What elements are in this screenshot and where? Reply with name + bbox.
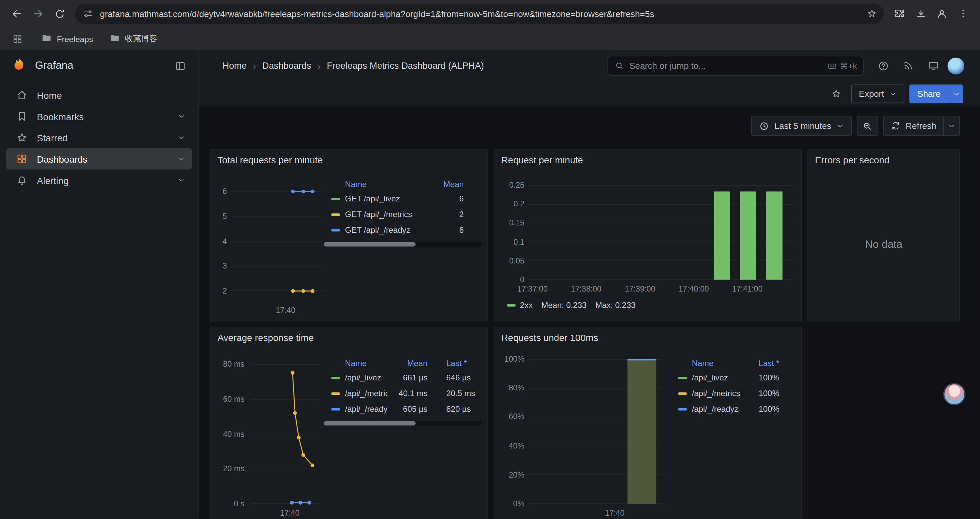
legend-scrollbar[interactable] [324, 242, 483, 246]
floating-avatar-button[interactable] [943, 383, 965, 406]
y-tick-label: 20 ms [210, 464, 244, 474]
legend-row[interactable]: /api/_/readyz605 µs620 µs [324, 401, 488, 417]
series-point [293, 411, 297, 415]
legend-scrollbar[interactable] [324, 421, 483, 425]
sidebar-item-label: Home [37, 90, 186, 101]
url-bar[interactable]: grafana.mathmast.com/d/deytv4rwavabkb/fr… [75, 4, 884, 24]
breadcrumb-dashboards[interactable]: Dashboards [262, 61, 311, 71]
panel-title[interactable]: Total requests per minute [218, 155, 323, 165]
downloads-icon[interactable] [910, 3, 931, 24]
grid-line [529, 185, 794, 186]
series-toggle[interactable]: 2xx [507, 300, 533, 310]
refresh-label: Refresh [905, 121, 936, 131]
share-menu-chevron-icon[interactable] [949, 85, 963, 103]
breadcrumb-home[interactable]: Home [223, 61, 247, 71]
series-point [301, 453, 305, 457]
line-chart [250, 364, 319, 504]
zoom-out-icon [862, 121, 873, 131]
sidebar-item-starred[interactable]: Starred [0, 127, 198, 148]
grafana-logo[interactable] [11, 57, 28, 74]
apps-grid-icon[interactable] [10, 31, 25, 46]
chevron-down-icon[interactable] [177, 112, 185, 121]
series-point [291, 289, 295, 293]
search-input[interactable]: Search or jump to... ⌘+k [608, 56, 864, 76]
legend-row[interactable]: GET /api/_livez6 [324, 191, 483, 206]
share-button[interactable]: Share [909, 85, 949, 103]
sidebar-item-dashboards[interactable]: Dashboards [6, 148, 192, 170]
legend-table: NameLast */api/_livez100%/api/_/metrics1… [670, 356, 795, 417]
series-name: GET /api/_/readyz [324, 225, 429, 235]
legend-row[interactable]: GET /api/_/readyz6 [324, 222, 483, 238]
chevron-down-icon[interactable] [177, 176, 185, 185]
legend-header: NameMeanLast * [324, 356, 488, 370]
y-tick-label: 80 ms [210, 359, 244, 369]
legend-row[interactable]: GET /api/_/metrics2 [324, 206, 483, 222]
browser-menu-icon[interactable] [953, 3, 974, 24]
chevron-down-icon [889, 90, 897, 98]
panel-title[interactable]: Errors per second [815, 155, 889, 165]
bookmark-folder-blogs[interactable]: 收藏博客 [110, 32, 158, 45]
zoom-out-button[interactable] [857, 116, 878, 136]
search-shortcut: ⌘+k [827, 61, 857, 70]
favorite-star-icon[interactable] [826, 85, 846, 103]
site-settings-icon[interactable] [83, 8, 94, 19]
sidebar-item-home[interactable]: Home [0, 85, 198, 106]
legend-col-name[interactable]: Name [324, 179, 429, 189]
reload-icon[interactable] [49, 3, 70, 24]
share-split-button: Share [909, 85, 963, 103]
series-label: GET /api/_livez [345, 194, 400, 203]
export-button[interactable]: Export [851, 85, 904, 103]
legend-row[interactable]: /api/_/metrics100% [670, 385, 795, 401]
chevron-down-icon[interactable] [177, 133, 185, 142]
series-name: /api/_/readyz [324, 404, 388, 414]
y-tick-label: 20% [494, 470, 524, 480]
legend-col-name[interactable]: Name [670, 358, 740, 368]
sidebar-collapse-icon[interactable] [171, 56, 189, 75]
panel-errors-per-second: Errors per second No data [808, 149, 960, 322]
profile-icon[interactable] [931, 3, 953, 24]
legend-col[interactable]: Mean [429, 179, 482, 189]
panel-title[interactable]: Request per minute [501, 155, 583, 165]
bookmarks-bar: Freeleaps 收藏博客 [0, 27, 980, 50]
refresh-button[interactable]: Refresh [883, 116, 943, 136]
back-icon[interactable] [6, 3, 28, 24]
apps-icon [16, 153, 28, 165]
legend-header: NameMean [324, 177, 483, 191]
legend-col[interactable]: Mean [388, 358, 428, 368]
y-tick-label: 80% [494, 383, 524, 393]
legend-value: 661 µs [388, 373, 428, 382]
monitor-icon[interactable] [923, 55, 944, 77]
bookmark-star-icon[interactable] [866, 8, 878, 19]
sidebar-item-label: Bookmarks [37, 111, 177, 122]
rss-icon[interactable] [897, 55, 919, 77]
legend-value: 100% [740, 389, 795, 398]
sidebar: Grafana HomeBookmarksStarredDashboardsAl… [0, 50, 199, 519]
legend-row[interactable]: /api/_livez661 µs646 µs [324, 370, 488, 385]
legend-value: 605 µs [388, 404, 428, 414]
bar [740, 192, 756, 280]
user-avatar-icon[interactable] [948, 57, 965, 74]
extensions-icon[interactable] [889, 3, 910, 24]
x-tick-label: 17:40 [280, 509, 300, 517]
y-tick-label: 60 ms [210, 394, 244, 404]
legend-row[interactable]: /api/_/metrics40.1 ms20.5 ms [324, 385, 488, 401]
legend-row[interactable]: /api/_/readyz100% [670, 401, 795, 417]
bookmark-folder-freeleaps[interactable]: Freeleaps [41, 32, 93, 45]
legend-col[interactable]: Last * [740, 358, 795, 368]
x-tick-label: 17:40 [605, 509, 625, 517]
series-label: /api/_livez [692, 373, 728, 382]
panel-title[interactable]: Average response time [218, 332, 314, 343]
forward-icon[interactable] [27, 3, 49, 24]
help-icon[interactable] [873, 55, 894, 77]
time-range-picker[interactable]: Last 5 minutes [751, 116, 852, 136]
chevron-down-icon[interactable] [177, 155, 185, 163]
dashboard-canvas: Last 5 minutes Refresh [199, 107, 980, 519]
panel-title[interactable]: Requests under 100ms [501, 332, 598, 343]
legend-row[interactable]: /api/_livez100% [670, 370, 795, 385]
sidebar-item-alerting[interactable]: Alerting [0, 170, 198, 191]
refresh-interval-chevron-icon[interactable] [943, 116, 960, 136]
panel-requests-under-100ms: Requests under 100ms 100%80%60%40%20%0% … [494, 327, 802, 519]
sidebar-item-bookmarks[interactable]: Bookmarks [0, 106, 198, 127]
legend-col-name[interactable]: Name [324, 358, 388, 368]
legend-col[interactable]: Last * [428, 358, 488, 368]
